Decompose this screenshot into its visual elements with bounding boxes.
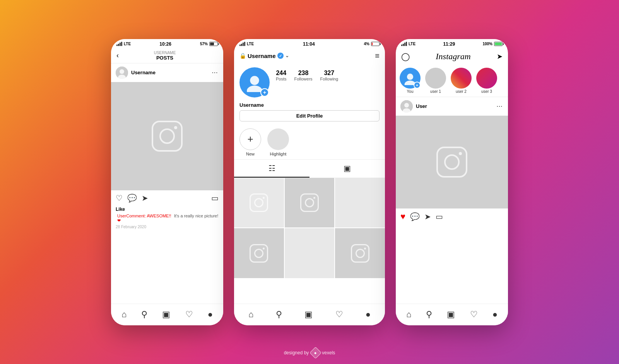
like-button[interactable]: ♡: [116, 193, 123, 203]
story-user3[interactable]: user 3: [476, 68, 497, 94]
comment-text: UserComment: AWESOME!!: [117, 214, 171, 218]
feed-ig-icon: [436, 147, 467, 178]
feed-post-header: User ⋯: [396, 97, 508, 116]
followers-count: 238: [294, 70, 313, 77]
profile-avatar: +: [239, 67, 270, 97]
highlight-new[interactable]: + New: [239, 128, 261, 156]
bottom-nav-mid: ⌂ ⚲ ▣ ♡ ●: [234, 304, 385, 325]
nav-titles: USERNAME POSTS: [154, 51, 176, 61]
tab-tagged[interactable]: ▣: [310, 160, 385, 178]
svg-point-4: [247, 85, 262, 92]
nav-profile-right[interactable]: ●: [492, 309, 498, 320]
svg-point-8: [404, 103, 409, 108]
svg-point-5: [407, 73, 413, 80]
more-options[interactable]: ⋯: [212, 69, 219, 76]
battery-pct-right: 100%: [482, 42, 492, 46]
story-circle-2: [451, 68, 472, 89]
profile-handle: 🔒 Username ✓ ⌄: [239, 53, 289, 59]
grid-cell-6: [335, 228, 385, 278]
nav-add[interactable]: ▣: [162, 309, 170, 320]
send-icon[interactable]: ➤: [497, 52, 503, 61]
liked-heart[interactable]: ♥: [400, 212, 405, 222]
nav-add-mid[interactable]: ▣: [304, 309, 313, 320]
like-label: Like: [116, 207, 125, 212]
battery-mid: 4%: [364, 42, 380, 46]
lock-icon: 🔒: [239, 53, 246, 59]
nav-search[interactable]: ⚲: [141, 309, 147, 320]
nav-activity-mid[interactable]: ♡: [335, 309, 343, 320]
grid-cell-4: [234, 228, 284, 278]
post-comment: UserComment: AWESOME!! It's a really nic…: [111, 213, 223, 224]
nav-profile[interactable]: ●: [208, 309, 213, 320]
battery-fill-right: [495, 43, 502, 45]
verified-badge: ✓: [277, 53, 284, 59]
svg-point-3: [250, 76, 259, 85]
edit-profile-button[interactable]: Edit Profile: [239, 110, 380, 121]
story-you[interactable]: + You: [400, 68, 421, 94]
nav-activity-right[interactable]: ♡: [470, 309, 478, 320]
stat-followers: 238 Followers: [294, 70, 313, 81]
grid-cell-5: [285, 228, 335, 278]
back-button[interactable]: ‹: [116, 51, 119, 60]
tab-grid[interactable]: ☷: [234, 160, 310, 178]
handle-text: Username: [248, 53, 276, 59]
hamburger-menu[interactable]: ≡: [375, 51, 380, 60]
highlight-circle-1: [267, 128, 289, 150]
lte-label: LTE: [124, 42, 131, 46]
status-bar-right: LTE 11:29 100%: [396, 39, 508, 48]
profile-name: Username: [234, 101, 385, 110]
nav-search-right[interactable]: ⚲: [426, 309, 432, 320]
time-left: 10:26: [159, 41, 171, 47]
highlight-1[interactable]: Highlight: [267, 128, 289, 156]
feed-share-button[interactable]: ➤: [424, 212, 431, 221]
nav-activity[interactable]: ♡: [185, 309, 193, 320]
nav-add-right[interactable]: ▣: [447, 309, 455, 320]
new-circle: +: [239, 128, 261, 150]
feed-more-options[interactable]: ⋯: [496, 103, 503, 110]
posts-label: Posts: [276, 77, 287, 81]
signal-bars-right: [401, 42, 407, 46]
nav-home[interactable]: ⌂: [121, 309, 127, 320]
nav-home-mid[interactable]: ⌂: [248, 309, 253, 320]
comment-button[interactable]: 💬: [127, 193, 137, 203]
add-story-button[interactable]: +: [260, 88, 269, 97]
stat-following: 327 Following: [320, 70, 338, 81]
battery-bar-mid: [371, 42, 380, 46]
highlight-label: Highlight: [267, 152, 289, 156]
feed-save-button[interactable]: ▭: [436, 212, 443, 221]
nav-title: POSTS: [154, 55, 176, 61]
ig-dot: [174, 126, 177, 129]
your-story-circle: +: [400, 68, 421, 89]
ig-inner-sm-2: [305, 198, 314, 207]
phones-container: LTE 10:26 57% ‹ USERNAME POSTS: [111, 39, 508, 325]
post-username: Username: [131, 70, 209, 75]
profile-header-bar: 🔒 Username ✓ ⌄ ≡: [234, 48, 385, 63]
signal-bars: [116, 42, 122, 46]
photo-grid: [234, 178, 385, 278]
stats-row: 244 Posts 238 Followers 327 Following: [276, 67, 338, 81]
ig-icon-sm-2: [300, 193, 319, 212]
feed-comment-button[interactable]: 💬: [410, 212, 420, 221]
share-button[interactable]: ➤: [142, 193, 148, 203]
battery-pct: 57%: [200, 42, 208, 46]
story-user2[interactable]: user 2: [451, 68, 472, 94]
feed-post-image: [396, 116, 508, 208]
posts-count: 244: [276, 70, 287, 77]
story-user1[interactable]: user 1: [425, 68, 446, 94]
ig-inner-sm: [254, 198, 263, 207]
story-user3-label: user 3: [476, 89, 497, 94]
followers-label: Followers: [294, 77, 313, 81]
ig-dot-sm-2: [313, 197, 315, 199]
nav-home-right[interactable]: ⌂: [406, 309, 411, 320]
grid-cell-1: [234, 178, 284, 228]
nav-search-mid[interactable]: ⚲: [276, 309, 282, 320]
battery-bar: [209, 42, 218, 46]
camera-icon[interactable]: ◯: [401, 52, 410, 61]
status-bar-left: LTE 10:26 57%: [111, 39, 223, 48]
feed-ig-dot: [459, 152, 462, 155]
chevron-icon[interactable]: ⌄: [285, 53, 289, 58]
comment-sub: It's a really nice picture!: [174, 214, 219, 218]
ig-icon-sm-6: [351, 244, 369, 263]
save-button[interactable]: ▭: [211, 193, 219, 203]
nav-profile-mid[interactable]: ●: [366, 309, 371, 320]
